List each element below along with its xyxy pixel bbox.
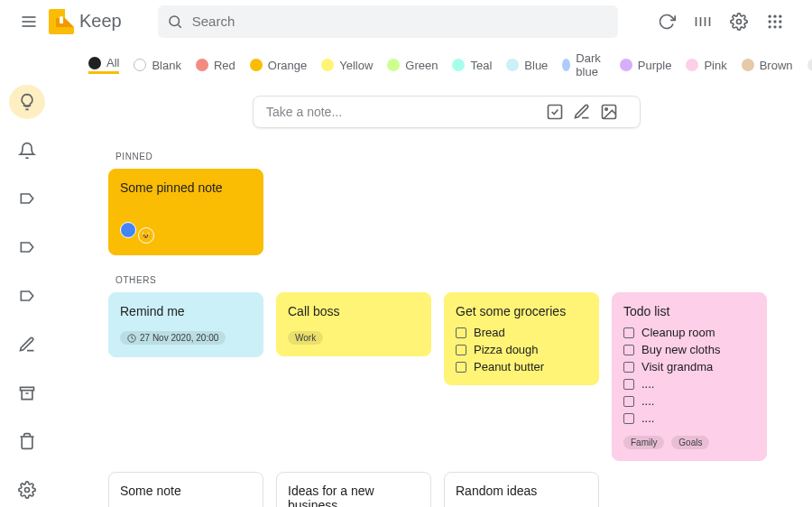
- new-list-button[interactable]: [546, 103, 573, 121]
- tag-chip[interactable]: Family: [623, 436, 664, 449]
- color-filter-green[interactable]: Green: [387, 59, 438, 72]
- sidebar-item-notes[interactable]: [9, 85, 45, 119]
- note-card[interactable]: Todo list Cleanup roomBuy new clothsVisi…: [612, 292, 767, 461]
- svg-rect-19: [21, 387, 34, 390]
- product-name: Keep: [79, 11, 122, 32]
- svg-point-18: [779, 25, 781, 28]
- checklist-item[interactable]: Visit grandma: [623, 360, 755, 373]
- color-filter-dark-blue[interactable]: Dark blue: [562, 51, 604, 78]
- color-swatch-icon: [387, 59, 400, 71]
- note-title: Call boss: [288, 304, 420, 318]
- color-filter-blue[interactable]: Blue: [506, 59, 548, 72]
- checkbox-icon[interactable]: [623, 345, 634, 355]
- checklist-item[interactable]: Cleanup room: [623, 326, 755, 339]
- lightbulb-icon: [18, 93, 36, 111]
- sidebar-item-edit-labels[interactable]: [9, 327, 45, 362]
- checklist-item[interactable]: Bread: [456, 326, 587, 339]
- checklist-item-text: Bread: [474, 326, 505, 339]
- sidebar-item-trash[interactable]: [9, 424, 45, 458]
- color-swatch-icon: [807, 59, 812, 71]
- top-header: Keep: [0, 0, 812, 43]
- brush-icon: [573, 103, 591, 121]
- color-swatch-icon: [620, 59, 632, 71]
- color-swatch-icon: [134, 59, 146, 71]
- main-menu-button[interactable]: [11, 4, 47, 40]
- color-filter-label: Red: [214, 59, 235, 72]
- new-drawing-button[interactable]: [573, 103, 600, 121]
- color-filter-pink[interactable]: Pink: [686, 59, 726, 72]
- note-card[interactable]: Some note: [108, 472, 263, 507]
- collaborator-avatar[interactable]: [120, 222, 136, 238]
- color-filter-gray[interactable]: Gray: [807, 59, 812, 72]
- checklist-item[interactable]: ....: [623, 377, 755, 391]
- tag-text: Work: [295, 333, 316, 343]
- search-bar[interactable]: [158, 5, 618, 38]
- svg-point-3: [170, 16, 180, 26]
- sidebar-item-archive[interactable]: [9, 376, 45, 410]
- reminder-chip[interactable]: 27 Nov 2020, 20:00: [120, 331, 226, 345]
- color-filter-bar: AllBlankRedOrangeYellowGreenTealBlueDark…: [0, 51, 812, 79]
- color-swatch-icon: [88, 57, 101, 69]
- color-filter-brown[interactable]: Brown: [742, 59, 793, 72]
- sidebar-item-label-1[interactable]: [9, 182, 45, 217]
- image-icon: [600, 103, 618, 121]
- checkbox-icon[interactable]: [456, 327, 466, 338]
- new-image-button[interactable]: [600, 103, 627, 121]
- color-filter-purple[interactable]: Purple: [620, 59, 672, 72]
- sidebar-item-label-3[interactable]: [9, 279, 45, 313]
- apps-button[interactable]: [762, 9, 788, 34]
- svg-point-12: [779, 14, 781, 17]
- checkbox-icon[interactable]: [623, 396, 634, 407]
- note-card[interactable]: Some pinned note 😺: [108, 169, 263, 255]
- color-filter-all[interactable]: All: [88, 56, 119, 74]
- search-input[interactable]: [192, 14, 609, 29]
- note-card[interactable]: Remind me 27 Nov 2020, 20:00: [108, 292, 263, 357]
- note-card[interactable]: Ideas for a new business: [276, 472, 431, 507]
- checkbox-icon[interactable]: [456, 345, 466, 355]
- apps-grid-icon: [766, 13, 784, 31]
- checkbox-icon[interactable]: [623, 362, 634, 373]
- logo[interactable]: Keep: [49, 9, 122, 34]
- list-view-button[interactable]: [690, 9, 715, 34]
- color-filter-label: Blue: [524, 59, 548, 72]
- tag-chip[interactable]: Goals: [671, 436, 709, 449]
- composer-placeholder: Take a note...: [266, 105, 342, 119]
- color-filter-red[interactable]: Red: [196, 59, 235, 72]
- checkbox-icon[interactable]: [456, 362, 466, 373]
- sidebar-item-label-2[interactable]: [9, 230, 45, 264]
- note-card[interactable]: Random ideas 27 Nov 2020, 20:30: [444, 472, 599, 507]
- checklist-item[interactable]: Buy new cloths: [623, 343, 755, 356]
- note-card[interactable]: Call boss Work: [276, 292, 431, 356]
- sidebar-item-reminders[interactable]: [9, 134, 45, 168]
- tag-chip[interactable]: Work: [288, 331, 323, 345]
- color-filter-blank[interactable]: Blank: [134, 59, 181, 72]
- label-icon: [18, 189, 36, 207]
- color-filter-yellow[interactable]: Yellow: [321, 59, 373, 72]
- trash-icon: [18, 432, 36, 450]
- settings-button[interactable]: [726, 9, 752, 34]
- note-composer[interactable]: Take a note...: [253, 96, 641, 128]
- checklist-item-text: ....: [641, 411, 654, 425]
- checklist-item[interactable]: ....: [623, 411, 755, 425]
- color-swatch-icon: [452, 59, 465, 71]
- note-title: Some note: [120, 484, 252, 498]
- svg-point-15: [779, 20, 781, 23]
- color-filter-label: Green: [405, 59, 438, 72]
- note-card[interactable]: Get some groceries BreadPizza doughPeanu…: [444, 292, 599, 385]
- note-title: Remind me: [120, 304, 252, 318]
- checklist-item[interactable]: Peanut butter: [456, 360, 587, 373]
- checkbox-icon[interactable]: [623, 413, 634, 424]
- svg-point-17: [773, 25, 776, 28]
- checkbox-icon[interactable]: [623, 327, 634, 338]
- color-filter-label: Pink: [704, 59, 726, 72]
- color-filter-orange[interactable]: Orange: [250, 59, 307, 72]
- checklist-item[interactable]: Pizza dough: [456, 343, 587, 356]
- collaborator-avatar[interactable]: 😺: [138, 227, 154, 244]
- checkbox-icon[interactable]: [623, 379, 634, 390]
- pinned-notes-row: Some pinned note 😺: [108, 169, 785, 255]
- checklist-item[interactable]: ....: [623, 394, 755, 408]
- refresh-button[interactable]: [654, 9, 679, 34]
- sidebar-item-settings[interactable]: [9, 473, 45, 507]
- checklist-item-text: Peanut butter: [474, 360, 544, 373]
- color-filter-teal[interactable]: Teal: [452, 59, 492, 72]
